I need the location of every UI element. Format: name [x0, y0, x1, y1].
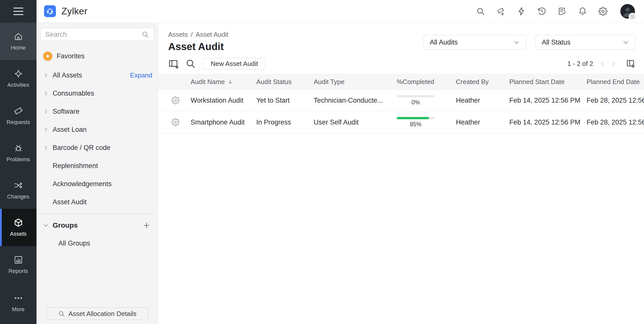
nav-item-changes[interactable]: Changes [0, 172, 37, 209]
search-icon [58, 310, 65, 317]
sidebar-groups-header[interactable]: Groups [41, 217, 154, 234]
sidebar-item-acknowledgements[interactable]: Acknowledgements [41, 175, 154, 193]
search-icon [141, 31, 149, 38]
divider [41, 214, 153, 214]
cube-icon [14, 218, 23, 227]
nav-item-label: More [12, 306, 24, 313]
cell-completed: 0% [397, 95, 435, 106]
sidebar-item-asset-loan[interactable]: Asset Loan [41, 120, 154, 139]
history-icon[interactable] [537, 7, 546, 16]
cell-planned-end: Feb 28, 2025 12:56 PM [587, 97, 644, 104]
progress-label: 0% [397, 99, 435, 106]
sort-descending-icon[interactable] [227, 79, 233, 85]
row-settings-gear-icon[interactable] [158, 118, 191, 126]
nav-item-requests[interactable]: Requests [0, 97, 37, 134]
sidebar-item-software[interactable]: Software [41, 102, 154, 120]
cell-planned-end: Feb 28, 2025 12:56 PM [587, 118, 644, 126]
shuffle-icon [14, 181, 23, 190]
sidebar-item-label: Asset Loan [53, 126, 87, 134]
nav-item-assets[interactable]: Assets [0, 209, 37, 246]
nav-item-label: Activities [7, 82, 29, 88]
search-list-icon[interactable] [185, 58, 196, 69]
task-check-icon[interactable] [558, 7, 567, 16]
column-header-audit-status[interactable]: Audit Status [256, 78, 314, 86]
column-header-planned-start[interactable]: Planned Start Date [509, 78, 587, 86]
sidebar-item-consumables[interactable]: Consumables [41, 84, 154, 102]
breadcrumb-assets[interactable]: Assets [168, 31, 188, 38]
flash-icon[interactable] [517, 7, 526, 16]
cell-audit-type: Technician-Conducte... [314, 97, 397, 104]
filters: All Audits All Status [423, 35, 635, 50]
sidebar-search-box [41, 28, 154, 41]
status-filter-dropdown[interactable]: All Status [535, 35, 635, 50]
breadcrumb-separator: / [191, 31, 193, 38]
sidebar-item-label: Acknowledgements [53, 180, 112, 188]
user-avatar[interactable] [620, 4, 635, 19]
chevron-right-icon [43, 91, 49, 96]
nav-item-home[interactable]: Home [0, 23, 37, 60]
sidebar-item-label: Replenishment [53, 162, 98, 170]
bar-chart-icon [14, 255, 23, 265]
breadcrumb-current: Asset Audit [196, 31, 228, 38]
add-view-icon[interactable] [168, 58, 179, 69]
sidebar-item-barcode-qr[interactable]: Barcode / QR code [41, 139, 154, 157]
sidebar-item-favorites[interactable]: Favorites [41, 50, 154, 62]
cell-planned-start: Feb 14, 2025 12:56 PM [509, 97, 587, 104]
asset-allocation-details-button[interactable]: Asset Allocation Details [46, 307, 148, 320]
sidebar-item-asset-audit[interactable]: Asset Audit [41, 193, 154, 211]
cell-audit-status: In Progress [256, 118, 314, 126]
column-header-completed[interactable]: %Completed [397, 78, 456, 86]
audits-filter-value: All Audits [430, 38, 458, 46]
gear-icon[interactable] [598, 7, 607, 16]
new-asset-audit-button[interactable]: New Asset Audit [203, 58, 265, 69]
nav-item-label: Requests [7, 119, 30, 126]
chevron-right-icon [43, 145, 49, 150]
ticket-add-icon[interactable] [496, 7, 506, 16]
expand-link[interactable]: Expand [130, 71, 154, 79]
cell-created-by: Heather [456, 97, 509, 104]
sidebar-item-label: All Groups [58, 239, 90, 247]
cell-audit-type: User Self Audit [314, 118, 397, 126]
column-header-created-by[interactable]: Created By [456, 78, 509, 86]
footer-button-label: Asset Allocation Details [68, 310, 136, 318]
add-group-icon[interactable] [143, 222, 154, 229]
sidebar-item-all-groups[interactable]: All Groups [41, 234, 154, 252]
column-header-audit-name[interactable]: Audit Name [191, 78, 256, 86]
cell-completed: 85% [397, 117, 435, 128]
row-settings-gear-icon[interactable] [158, 96, 191, 104]
primary-nav-rail: Home Activities Requests Problems Change [0, 0, 37, 324]
cell-planned-start: Feb 14, 2025 12:56 PM [509, 118, 587, 126]
sidebar-item-label: Consumables [53, 90, 94, 97]
table-row[interactable]: Smartphone Audit In Progress User Self A… [158, 111, 644, 133]
next-page-icon[interactable] [610, 60, 617, 67]
audits-filter-dropdown[interactable]: All Audits [423, 35, 526, 50]
nav-item-more[interactable]: More [0, 288, 37, 318]
assets-sidebar: Favorites All Assets Expand Consumables [37, 23, 158, 324]
column-header-audit-type[interactable]: Audit Type [314, 78, 397, 86]
sidebar-search-input[interactable] [45, 31, 141, 38]
sidebar-module-list: All Assets Expand Consumables Software A… [41, 66, 154, 211]
pagination: 1 - 2 of 2 [567, 59, 635, 68]
nav-item-reports[interactable]: Reports [0, 246, 37, 283]
list-toolbar: New Asset Audit 1 - 2 of 2 [168, 58, 644, 69]
column-settings-icon[interactable] [626, 59, 635, 68]
nav-item-label: Home [11, 45, 26, 51]
bell-icon[interactable] [578, 7, 587, 16]
audit-table: Audit Name Audit Status Audit Type %Comp… [158, 74, 644, 133]
column-header-planned-end[interactable]: Planned End Date [587, 78, 644, 86]
table-row[interactable]: Workstation Audit Yet to Start Technicia… [158, 90, 644, 111]
chevron-right-icon [43, 72, 49, 78]
brand-logo-headset-icon[interactable] [44, 5, 56, 17]
previous-page-icon[interactable] [599, 60, 606, 67]
sidebar-item-replenishment[interactable]: Replenishment [41, 157, 154, 175]
table-header-row: Audit Name Audit Status Audit Type %Comp… [158, 74, 644, 90]
asset-audit-page: Assets / Asset Audit Asset Audit All Aud… [158, 23, 644, 324]
hamburger-menu-icon[interactable] [0, 0, 37, 23]
nav-item-activities[interactable]: Activities [0, 60, 37, 97]
chevron-down-icon [513, 39, 520, 46]
app-window: Home Activities Requests Problems Change [0, 0, 644, 324]
nav-item-label: Assets [10, 231, 26, 237]
nav-item-problems[interactable]: Problems [0, 134, 37, 172]
sidebar-item-all-assets[interactable]: All Assets Expand [41, 66, 154, 84]
search-icon[interactable] [476, 7, 485, 16]
